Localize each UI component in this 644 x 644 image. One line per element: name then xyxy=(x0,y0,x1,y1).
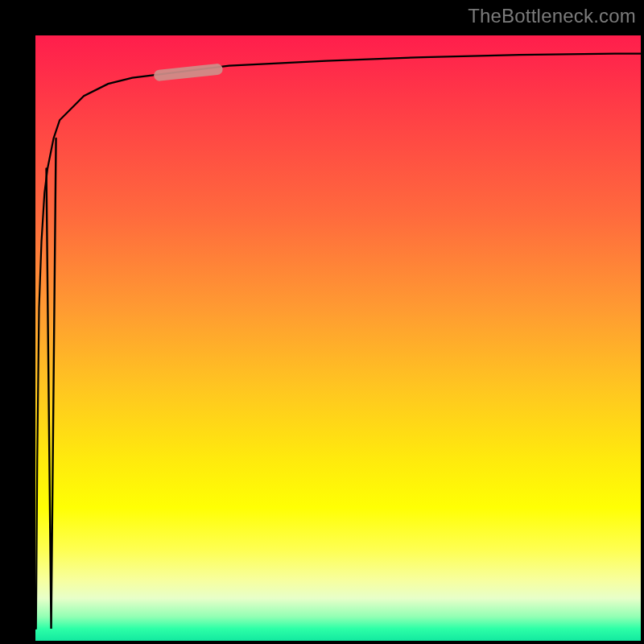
attribution-label: TheBottleneck.com xyxy=(468,5,636,27)
chart-frame: TheBottleneck.com xyxy=(0,0,644,644)
gradient-plot-background xyxy=(35,35,641,641)
